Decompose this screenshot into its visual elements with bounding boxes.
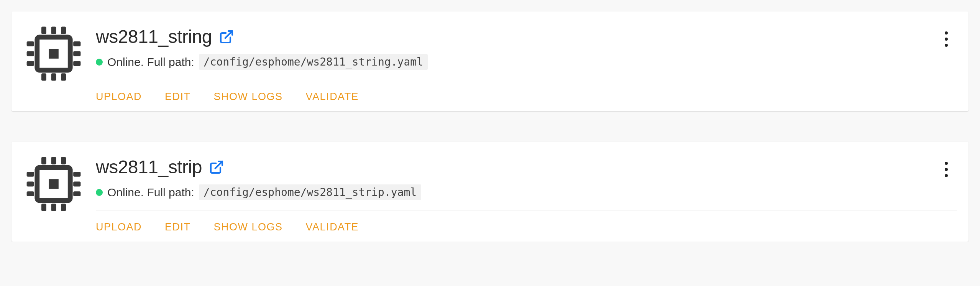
svg-rect-9	[27, 51, 34, 56]
svg-line-32	[215, 161, 222, 168]
device-title: ws2811_string	[96, 26, 212, 47]
svg-rect-25	[61, 204, 66, 211]
svg-rect-7	[61, 73, 66, 81]
device-card: ws2811_strip Online. Full path: /config/…	[11, 142, 969, 242]
svg-rect-30	[73, 182, 80, 187]
svg-point-16	[945, 38, 948, 41]
svg-rect-6	[51, 73, 56, 81]
online-dot-icon	[96, 59, 103, 66]
svg-rect-24	[51, 204, 56, 211]
device-title-row: ws2811_string	[96, 26, 957, 47]
svg-rect-5	[41, 73, 46, 81]
svg-line-14	[225, 31, 232, 38]
edit-button[interactable]: EDIT	[165, 221, 191, 233]
svg-rect-13	[73, 61, 80, 66]
svg-rect-26	[27, 172, 34, 177]
svg-rect-23	[41, 204, 46, 211]
svg-rect-22	[61, 157, 66, 164]
svg-rect-2	[41, 27, 46, 34]
svg-rect-8	[27, 41, 34, 46]
upload-button[interactable]: UPLOAD	[96, 91, 142, 103]
svg-rect-20	[41, 157, 46, 164]
open-external-icon[interactable]	[209, 159, 224, 175]
more-menu-icon[interactable]	[939, 30, 953, 48]
svg-rect-29	[73, 172, 80, 177]
device-actions: UPLOAD EDIT SHOW LOGS VALIDATE	[96, 91, 957, 103]
chip-icon	[23, 153, 84, 215]
svg-rect-1	[49, 49, 59, 59]
device-path: /config/esphome/ws2811_strip.yaml	[199, 184, 421, 200]
device-card-body: ws2811_string Online. Full path: /config…	[96, 23, 957, 103]
edit-button[interactable]: EDIT	[165, 91, 191, 103]
device-actions: UPLOAD EDIT SHOW LOGS VALIDATE	[96, 221, 957, 233]
device-title: ws2811_strip	[96, 156, 202, 178]
svg-point-17	[945, 44, 948, 47]
svg-rect-31	[73, 191, 80, 196]
open-external-icon[interactable]	[219, 29, 234, 44]
device-card: ws2811_string Online. Full path: /config…	[11, 12, 969, 111]
upload-button[interactable]: UPLOAD	[96, 221, 142, 233]
svg-point-33	[945, 162, 948, 165]
device-path: /config/esphome/ws2811_string.yaml	[199, 54, 428, 70]
divider	[96, 80, 957, 80]
svg-rect-21	[51, 157, 56, 164]
svg-point-34	[945, 168, 948, 171]
online-dot-icon	[96, 189, 103, 196]
status-label: Online. Full path:	[107, 186, 194, 199]
svg-rect-19	[49, 179, 59, 189]
svg-rect-3	[51, 27, 56, 34]
svg-rect-4	[61, 27, 66, 34]
svg-rect-28	[27, 191, 34, 196]
svg-rect-10	[27, 61, 34, 66]
show-logs-button[interactable]: SHOW LOGS	[214, 221, 283, 233]
status-label: Online. Full path:	[107, 56, 194, 69]
svg-point-35	[945, 174, 948, 177]
device-card-body: ws2811_strip Online. Full path: /config/…	[96, 153, 957, 233]
device-title-row: ws2811_strip	[96, 156, 957, 178]
device-status-row: Online. Full path: /config/esphome/ws281…	[96, 54, 957, 70]
show-logs-button[interactable]: SHOW LOGS	[214, 91, 283, 103]
device-status-row: Online. Full path: /config/esphome/ws281…	[96, 184, 957, 200]
divider	[96, 210, 957, 210]
validate-button[interactable]: VALIDATE	[306, 91, 359, 103]
more-menu-icon[interactable]	[939, 160, 953, 179]
chip-icon	[23, 23, 84, 84]
svg-point-15	[945, 31, 948, 35]
svg-rect-12	[73, 51, 80, 56]
svg-rect-11	[73, 41, 80, 46]
validate-button[interactable]: VALIDATE	[306, 221, 359, 233]
svg-rect-27	[27, 182, 34, 187]
